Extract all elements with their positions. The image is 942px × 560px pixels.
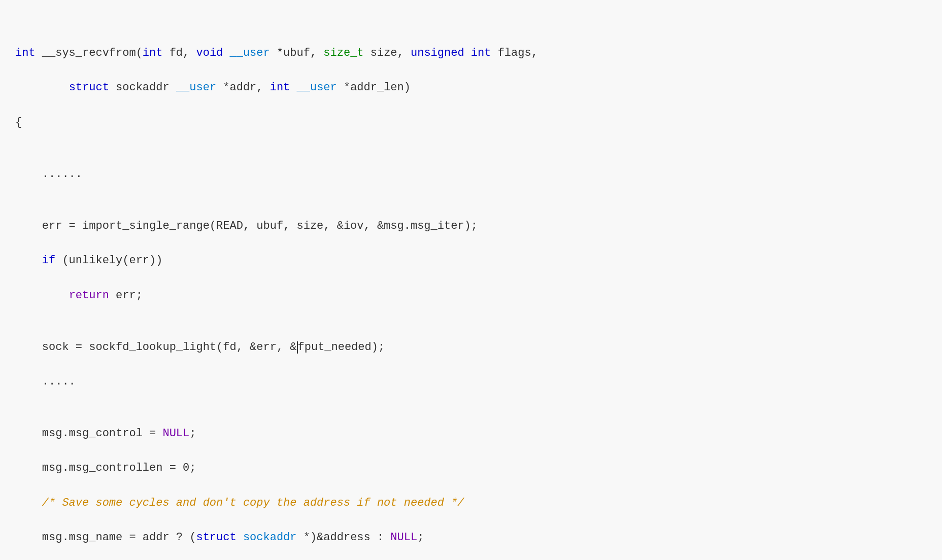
text-cursor (297, 341, 298, 354)
line-11: sock = sockfd_lookup_light(fd, &err, &fp… (15, 339, 927, 356)
err-import: err = import_single_range(READ, ubuf, si… (42, 220, 478, 232)
line-9: return err; (15, 287, 927, 304)
line-3: { (15, 114, 927, 131)
anno-user2: __user (176, 81, 216, 94)
null1: NULL (162, 427, 189, 440)
ellipsis1: ...... (42, 168, 82, 181)
param-ubuf: *ubuf, (277, 47, 323, 59)
type-sockaddr1: sockaddr (116, 81, 170, 94)
line-17: msg.msg_name = addr ? (struct sockaddr *… (15, 529, 927, 546)
line-1: int __sys_recvfrom(int fd, void __user *… (15, 45, 927, 62)
kw-int4: int (270, 81, 290, 94)
line-5: ...... (15, 166, 927, 183)
anno-user1: __user (230, 47, 270, 59)
ellipsis2: ..... (42, 375, 76, 388)
line-14: msg.msg_control = NULL; (15, 425, 927, 442)
kw-struct1: struct (69, 81, 109, 94)
msg-controllen: msg.msg_controllen = 0; (42, 462, 196, 474)
semi2: ; (417, 531, 424, 544)
kw-int: int (15, 47, 36, 59)
return-err: err; (116, 289, 143, 302)
line-16: /* Save some cycles and don't copy the a… (15, 495, 927, 512)
line-15: msg.msg_controllen = 0; (15, 460, 927, 477)
cast-addr: *)&address : (304, 531, 391, 544)
kw-return: return (69, 289, 109, 302)
param-addr-len: *addr_len) (344, 81, 411, 94)
comment1: /* Save some cycles and don't copy the a… (42, 497, 464, 509)
type-sockaddr2: sockaddr (243, 531, 297, 544)
open-brace: { (15, 116, 22, 129)
sock-lookup: sock = sockfd_lookup_light(fd, &err, &fp… (42, 341, 385, 354)
line-8: if (unlikely(err)) (15, 252, 927, 269)
kw-int2: int (143, 47, 163, 59)
kw-struct2: struct (196, 531, 236, 544)
semi1: ; (189, 427, 196, 440)
anno-user3: __user (297, 81, 337, 94)
func-name: __sys_recvfrom( (42, 47, 143, 59)
type-size: size_t (323, 47, 363, 59)
msg-name: msg.msg_name = addr ? ( (42, 531, 196, 544)
kw-void: void (196, 47, 223, 59)
code-editor: int __sys_recvfrom(int fd, void __user *… (15, 10, 927, 560)
param-fd: fd, (170, 47, 196, 59)
null2: NULL (390, 531, 417, 544)
line-2: struct sockaddr __user *addr, int __user… (15, 79, 927, 96)
kw-if1: if (42, 254, 55, 267)
msg-control: msg.msg_control = (42, 427, 163, 440)
line-7: err = import_single_range(READ, ubuf, si… (15, 218, 927, 235)
param-flags: flags, (498, 47, 538, 59)
kw-unsigned: unsigned (411, 47, 464, 59)
param-size: size, (371, 47, 411, 59)
if-unlikely: (unlikely(err)) (62, 254, 162, 267)
kw-int3: int (471, 47, 491, 59)
param-addr: *addr, (223, 81, 270, 94)
line-12: ..... (15, 373, 927, 391)
